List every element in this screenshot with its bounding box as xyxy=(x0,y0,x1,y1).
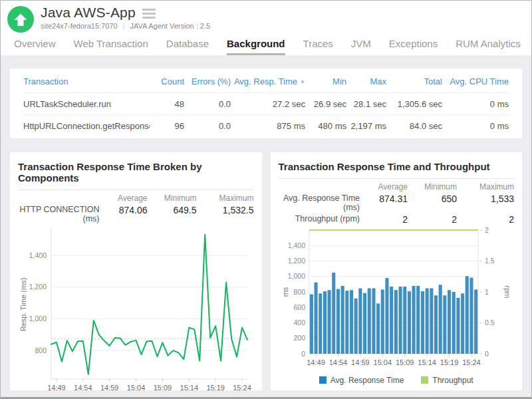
app-window: Java AWS-App site24x7-fedora15:7070|JAVA… xyxy=(0,0,532,399)
col-count[interactable]: Count xyxy=(150,76,184,86)
svg-text:0: 0 xyxy=(485,350,489,358)
stat-maximum: 1,532.5 xyxy=(197,205,254,223)
series-label: Throughput (rpm) xyxy=(279,214,360,225)
svg-text:15:14: 15:14 xyxy=(418,358,436,366)
up-arrow-icon xyxy=(7,7,34,33)
tab-jvm[interactable]: JVM xyxy=(351,38,371,55)
col-errors[interactable]: Errors (%) xyxy=(184,76,231,86)
svg-text:1,200: 1,200 xyxy=(287,257,305,265)
series-label: Avg. Response Time (ms) xyxy=(279,194,360,212)
svg-text:15:19: 15:19 xyxy=(206,384,225,392)
chart-stats: Average Minimum Maximum Avg. Response Ti… xyxy=(279,182,515,225)
tab-exceptions[interactable]: Exceptions xyxy=(389,38,438,55)
col-avg-cpu-time[interactable]: Avg. CPU Time xyxy=(442,76,509,86)
subtitle: site24x7-fedora15:7070|JAVA Agent Versio… xyxy=(41,22,210,30)
svg-text:600: 600 xyxy=(293,303,305,311)
tab-rum-analytics[interactable]: RUM Analytics xyxy=(456,38,521,55)
legend-avg-response-time[interactable]: Avg. Response Time xyxy=(319,376,404,385)
response-time-throughput-chart: 02004006008001,0001,2001,40000.511.5214:… xyxy=(279,226,513,375)
total-value: 1,305.6 sec xyxy=(386,99,442,109)
max-value: 28.1 sec xyxy=(346,99,386,109)
svg-text:0.5: 0.5 xyxy=(485,319,495,327)
svg-text:200: 200 xyxy=(293,334,305,342)
total-value: 84.0 sec xyxy=(386,121,442,131)
svg-text:1,000: 1,000 xyxy=(287,272,305,280)
errors-value: 0.0 xyxy=(184,121,231,131)
subtitle-separator: | xyxy=(123,22,125,30)
response-time-throughput-panel: Transaction Response Time and Throughput… xyxy=(271,152,523,390)
svg-text:ms: ms xyxy=(281,287,289,297)
svg-text:14:54: 14:54 xyxy=(329,358,347,366)
svg-text:1,000: 1,000 xyxy=(29,315,47,323)
avg-cpu-time-value: 0 ms xyxy=(442,121,509,131)
tab-web-transaction[interactable]: Web Transaction xyxy=(74,38,148,55)
col-max[interactable]: Max xyxy=(346,76,386,86)
stat-average: 874.31 xyxy=(360,194,408,212)
stat-header-average: Average xyxy=(360,182,408,192)
stat-minimum: 650 xyxy=(408,194,457,212)
response-time-line-chart: 8001,0001,2001,40014:4914:5414:5915:0415… xyxy=(18,225,252,399)
svg-text:15:14: 15:14 xyxy=(180,384,199,392)
divider xyxy=(18,190,254,190)
svg-text:0: 0 xyxy=(301,350,305,358)
svg-text:1,200: 1,200 xyxy=(29,283,47,291)
stat-header-average: Average xyxy=(100,194,148,203)
col-total[interactable]: Total xyxy=(386,76,442,86)
svg-text:15:24: 15:24 xyxy=(233,384,251,392)
stat-maximum: 2 xyxy=(457,214,514,225)
svg-text:800: 800 xyxy=(293,288,305,296)
tab-traces[interactable]: Traces xyxy=(303,38,333,55)
col-avg-resp-time[interactable]: Avg. Resp. Time▼ xyxy=(231,76,305,86)
svg-text:15:19: 15:19 xyxy=(440,358,458,366)
stat-minimum: 649.5 xyxy=(148,205,197,223)
response-time-components-panel: Transaction Response Time Broken by Comp… xyxy=(10,152,262,390)
svg-text:15:09: 15:09 xyxy=(154,384,172,392)
chart-title: Transaction Response Time and Throughput xyxy=(279,161,515,172)
host-name: site24x7-fedora15:7070 xyxy=(41,22,118,30)
chart-title: Transaction Response Time Broken by Comp… xyxy=(18,161,254,184)
svg-text:1,400: 1,400 xyxy=(287,241,305,249)
svg-text:15:24: 15:24 xyxy=(462,358,481,366)
table-header-row: Transaction Count Errors (%) Avg. Resp. … xyxy=(23,70,509,92)
transaction-name: URLTaskScheduler.run xyxy=(23,99,150,109)
max-value: 2,197 ms xyxy=(346,121,386,131)
svg-text:14:54: 14:54 xyxy=(74,384,92,392)
svg-text:14:49: 14:49 xyxy=(47,384,66,392)
min-value: 480 ms xyxy=(305,121,346,131)
svg-text:800: 800 xyxy=(35,346,47,354)
background-transactions-table: Transaction Count Errors (%) Avg. Resp. … xyxy=(10,68,522,138)
table-row[interactable]: URLTaskScheduler.run 48 0.0 27.2 sec 26.… xyxy=(23,92,509,114)
divider xyxy=(279,178,515,179)
tab-overview[interactable]: Overview xyxy=(14,38,56,55)
avg-cpu-time-value: 0 ms xyxy=(442,99,509,109)
chart-legend: Avg. Response Time Throughput xyxy=(279,376,515,385)
series-label: HTTP CONNECTION (ms) xyxy=(18,205,100,223)
svg-text:rpm: rpm xyxy=(503,286,511,299)
legend-throughput[interactable]: Throughput xyxy=(421,376,473,385)
svg-text:1: 1 xyxy=(485,288,489,296)
avg-resp-time-value: 27.2 sec xyxy=(231,99,305,109)
errors-value: 0.0 xyxy=(184,99,231,109)
chart-stats: Average Minimum Maximum HTTP CONNECTION … xyxy=(18,194,254,223)
stat-average: 2 xyxy=(360,214,408,225)
svg-text:15:09: 15:09 xyxy=(395,358,414,366)
count-value: 48 xyxy=(150,99,184,109)
tab-background[interactable]: Background xyxy=(227,38,285,55)
count-value: 96 xyxy=(150,121,184,131)
col-min[interactable]: Min xyxy=(305,76,346,86)
page-title: Java AWS-App xyxy=(41,5,136,21)
table-row[interactable]: HttpURLConnection.getResponseCode 96 0.0… xyxy=(23,114,509,136)
legend-swatch-blue xyxy=(319,376,327,384)
col-transaction[interactable]: Transaction xyxy=(23,76,150,86)
svg-text:2: 2 xyxy=(485,226,489,234)
agent-version: JAVA Agent Version : 2.5 xyxy=(130,22,210,30)
tab-bar: Overview Web Transaction Database Backgr… xyxy=(1,33,531,55)
svg-text:15:04: 15:04 xyxy=(373,358,392,366)
hamburger-menu-icon[interactable] xyxy=(142,7,156,19)
tab-database[interactable]: Database xyxy=(166,38,209,55)
stat-minimum: 2 xyxy=(408,214,457,225)
stat-header-maximum: Maximum xyxy=(197,194,254,203)
svg-text:14:59: 14:59 xyxy=(100,384,119,392)
avg-resp-time-value: 875 ms xyxy=(231,121,305,131)
svg-text:14:49: 14:49 xyxy=(307,358,325,366)
